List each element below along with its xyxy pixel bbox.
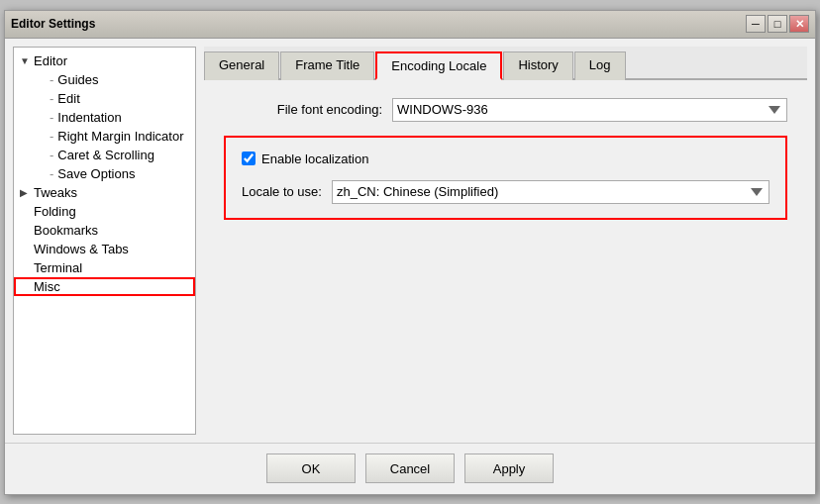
file-font-encoding-row: File font encoding: WINDOWS-936: [224, 98, 787, 122]
tab-content-encoding-locale: File font encoding: WINDOWS-936 Enable l…: [204, 80, 807, 435]
maximize-button[interactable]: □: [768, 15, 787, 33]
titlebar-buttons: ─ □ ✕: [746, 15, 809, 33]
file-font-encoding-label: File font encoding:: [224, 102, 382, 117]
sidebar-item-save-options[interactable]: -Save Options: [14, 164, 195, 183]
bottom-bar: OK Cancel Apply: [5, 443, 815, 494]
sidebar-item-label: Edit: [57, 91, 79, 106]
cancel-button[interactable]: Cancel: [365, 454, 455, 483]
tree-dash: -: [50, 110, 53, 125]
sidebar-tree: ▼Editor-Guides-Edit-Indentation-Right Ma…: [13, 47, 196, 435]
tab-general[interactable]: General: [204, 51, 279, 80]
tab-log[interactable]: Log: [574, 51, 626, 80]
tab-history[interactable]: History: [503, 51, 572, 80]
sidebar-item-label: Windows & Tabs: [34, 242, 129, 256]
tree-dash: -: [50, 91, 53, 106]
tabs-bar: GeneralFrame TitleEncoding LocaleHistory…: [204, 47, 807, 80]
titlebar: Editor Settings ─ □ ✕: [5, 11, 815, 39]
sidebar-item-label: Editor: [34, 53, 67, 68]
sidebar-item-edit[interactable]: -Edit: [14, 89, 195, 108]
sidebar-item-misc[interactable]: Misc: [14, 277, 195, 296]
sidebar-item-label: Caret & Scrolling: [57, 148, 154, 162]
sidebar-item-folding[interactable]: Folding: [14, 202, 195, 221]
sidebar-item-tweaks[interactable]: ▶Tweaks: [14, 183, 195, 202]
enable-localization-label: Enable localization: [261, 151, 368, 166]
sidebar-item-guides[interactable]: -Guides: [14, 70, 195, 89]
locale-box: Enable localization Locale to use: zh_CN…: [224, 136, 787, 220]
sidebar-item-editor[interactable]: ▼Editor: [14, 51, 195, 70]
tree-dash: -: [50, 148, 53, 162]
close-button[interactable]: ✕: [789, 15, 809, 33]
sidebar-item-terminal[interactable]: Terminal: [14, 258, 195, 277]
window-content: ▼Editor-Guides-Edit-Indentation-Right Ma…: [5, 39, 815, 443]
sidebar-item-label: Folding: [34, 204, 76, 219]
sidebar-item-label: Save Options: [57, 166, 135, 181]
ok-button[interactable]: OK: [266, 454, 356, 483]
tree-arrow: ▶: [20, 187, 32, 198]
window-title: Editor Settings: [11, 17, 95, 31]
enable-localization-row: Enable localization: [242, 151, 769, 166]
sidebar-item-caret-scrolling[interactable]: -Caret & Scrolling: [14, 146, 195, 164]
sidebar-item-label: Guides: [57, 72, 98, 87]
tree-arrow: ▼: [20, 55, 32, 66]
enable-localization-checkbox[interactable]: [242, 151, 256, 165]
apply-button[interactable]: Apply: [464, 454, 554, 483]
minimize-button[interactable]: ─: [746, 15, 766, 33]
main-panel: GeneralFrame TitleEncoding LocaleHistory…: [204, 47, 807, 435]
sidebar-item-indentation[interactable]: -Indentation: [14, 108, 195, 127]
locale-to-use-label: Locale to use:: [242, 184, 322, 199]
sidebar-item-label: Misc: [34, 279, 60, 294]
sidebar-item-label: Tweaks: [34, 185, 77, 200]
sidebar-item-label: Right Margin Indicator: [57, 129, 183, 144]
file-font-encoding-select[interactable]: WINDOWS-936: [392, 98, 787, 122]
tree-dash: -: [50, 166, 53, 181]
sidebar-item-label: Bookmarks: [34, 223, 98, 238]
tab-encoding-locale[interactable]: Encoding Locale: [375, 51, 502, 80]
sidebar-item-label: Indentation: [57, 110, 121, 125]
locale-to-use-row: Locale to use: zh_CN: Chinese (Simplifie…: [242, 180, 769, 204]
sidebar-item-windows-tabs[interactable]: Windows & Tabs: [14, 240, 195, 258]
tree-dash: -: [50, 129, 53, 144]
locale-box-inner: Enable localization Locale to use: zh_CN…: [242, 151, 769, 204]
sidebar-item-label: Terminal: [34, 260, 82, 275]
sidebar-item-bookmarks[interactable]: Bookmarks: [14, 221, 195, 240]
sidebar-item-right-margin-indicator[interactable]: -Right Margin Indicator: [14, 127, 195, 146]
tab-frame-title[interactable]: Frame Title: [280, 51, 374, 80]
locale-to-use-select[interactable]: zh_CN: Chinese (Simplified): [332, 180, 769, 204]
tree-dash: -: [50, 72, 53, 87]
editor-settings-window: Editor Settings ─ □ ✕ ▼Editor-Guides-Edi…: [4, 10, 816, 495]
